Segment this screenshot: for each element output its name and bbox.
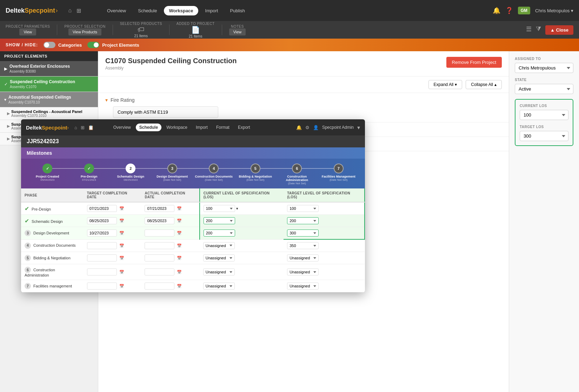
product-selection-btn[interactable]: View Products [68,28,101,35]
cal-icon[interactable]: 📅 [177,231,182,235]
sched-home-icon[interactable]: ⌂ [74,125,77,130]
current-los-select[interactable]: 100 [204,205,235,212]
project-params-btn[interactable]: View [19,28,36,35]
nav-overview[interactable]: Overview [102,6,131,15]
project-elements-toggle[interactable] [87,42,99,48]
categories-toggle[interactable] [44,42,55,48]
cal-icon[interactable]: 📅 [119,270,124,274]
home-icon[interactable]: ⌂ [68,7,72,14]
target-los-select[interactable]: 300 [520,131,568,141]
cal-icon[interactable]: 📅 [119,206,124,211]
sched-nav-schedule[interactable]: Schedule [136,124,161,131]
nav-import[interactable]: Import [200,6,223,15]
cal-icon[interactable]: 📅 [177,256,182,260]
sched-settings-icon[interactable]: ⚙ [305,125,310,130]
list-view-icon[interactable]: ☰ [526,25,532,35]
target-date-input[interactable] [87,283,117,290]
grid-icon[interactable]: ⊞ [76,7,81,14]
sidebar-item-overhead-exterior[interactable]: ▶ Overhead Exterior Enclosures Assembly … [0,61,98,77]
nav-workspace[interactable]: Workspace [164,6,198,15]
help-icon[interactable]: ❓ [505,7,513,14]
actual-date-input[interactable] [145,230,174,237]
current-los-select[interactable]: 200 [204,230,235,237]
nav-schedule[interactable]: Schedule [133,6,162,15]
sched-nav-overview[interactable]: Overview [110,124,134,131]
sched-nav-workspace[interactable]: Workspace [163,124,191,131]
center-title: C1070 Suspended Ceiling Construction [105,57,237,65]
user-name[interactable]: Chris Metropulos ▾ [535,8,573,13]
milestone-label-3: Schematic Design [117,175,144,178]
cal-icon[interactable]: 📅 [177,284,182,288]
close-btn[interactable]: ▲ Close [545,25,573,35]
cal-icon[interactable]: 📅 [177,219,182,223]
current-los-select[interactable]: 200 [204,217,235,224]
sidebar-child-acoustical-panel[interactable]: ▶ Suspended Ceilings - Acoustical Panel … [0,107,98,120]
sidebar-item-title: Acoustical Suspended Ceilings [8,95,71,100]
target-date-input[interactable] [87,268,117,275]
categories-toggle-label: Categories [58,42,82,48]
sched-nav-format[interactable]: Format [213,124,233,131]
app-logo[interactable]: Deltek Specpoint › [6,7,58,14]
actual-date-input[interactable] [145,242,174,249]
sched-nav-export[interactable]: Export [234,124,254,131]
sched-nav-import[interactable]: Import [192,124,211,131]
cal-icon[interactable]: 📅 [119,256,124,260]
sched-doc-icon[interactable]: 📋 [88,125,94,130]
current-los-select[interactable]: Unassigned [203,283,235,290]
cal-icon[interactable]: 📅 [177,270,182,274]
show-hide-label: SHOW / HIDE: [6,42,38,47]
target-los-select[interactable]: 200 [287,217,319,224]
bell-icon[interactable]: 🔔 [493,7,500,14]
milestone-label-2: Pre-Design [81,175,98,178]
actual-date-input[interactable] [145,254,174,261]
nav-right: 🔔 ❓ GM Chris Metropulos ▾ [493,7,573,14]
current-los-select[interactable]: Unassigned [203,268,235,275]
sched-user-icon[interactable]: 👤 [313,125,319,130]
target-date-input[interactable] [87,217,117,224]
target-los-select[interactable]: Unassigned [287,283,319,290]
actual-date-input[interactable] [145,205,174,212]
sched-bell-icon[interactable]: 🔔 [296,125,302,130]
state-select[interactable]: Active [515,84,573,94]
collapse-all-btn[interactable]: Collapse All ▴ [466,80,502,89]
cal-icon[interactable]: 📅 [177,244,182,248]
fire-rating-input[interactable] [113,106,218,118]
current-los-select[interactable]: Unassigned [203,254,235,261]
actual-date-input[interactable] [145,283,174,290]
sched-logo[interactable]: Deltek Specpoint › [26,125,69,131]
target-los-select[interactable]: 300 [287,230,319,237]
cal-icon[interactable]: 📅 [119,284,124,288]
target-los-select[interactable]: 100 [287,205,319,212]
sched-user-name[interactable]: Specpoint Admin [322,125,354,130]
expand-all-btn[interactable]: Expand All ▾ [428,80,462,89]
actual-date-input[interactable] [145,217,174,224]
sidebar-item-suspended-ceiling[interactable]: ✓ Suspended Ceiling Construction Assembl… [0,77,98,92]
notes-btn[interactable]: View [229,28,246,35]
actual-date-input[interactable] [145,268,174,275]
phase-label: Bidding & Negotiation [33,256,71,260]
project-params-nav-item: PROJECT PARAMETERS View [6,25,50,35]
target-date-input[interactable] [87,242,117,249]
target-los-select[interactable]: 350 [287,242,319,249]
current-los-select[interactable]: 100 [520,110,568,120]
sched-grid-icon[interactable]: ⊞ [81,125,85,130]
cal-icon[interactable]: 📅 [177,206,182,211]
section-fire-rating-title[interactable]: ▾ Fire Rating [105,97,502,103]
cal-icon[interactable]: 📅 [119,244,124,248]
target-los-select[interactable]: Unassigned [287,268,319,275]
sidebar-item-acoustical-suspended[interactable]: ▾ Acoustical Suspended Ceilings Assembly… [0,92,98,107]
nav-publish[interactable]: Publish [225,6,250,15]
assigned-to-select[interactable]: Chris Metropulous [515,63,573,73]
target-los-select[interactable]: Unassigned [287,254,319,261]
cal-icon[interactable]: 📅 [119,219,124,223]
remove-from-project-btn[interactable]: Remove From Project [446,57,502,68]
target-date-input[interactable] [87,254,117,261]
target-date-input[interactable] [87,230,117,237]
current-los-select[interactable]: Unassigned [203,242,235,249]
actual-date-cell: 📅 [141,215,199,227]
filter-icon[interactable]: ⧩ [536,25,541,35]
target-date-input[interactable] [87,205,117,212]
project-id: JJR5242023 [27,138,59,144]
sidebar-child-sub: Assembly C1070.1010 [11,114,82,118]
cal-icon[interactable]: 📅 [119,231,124,235]
